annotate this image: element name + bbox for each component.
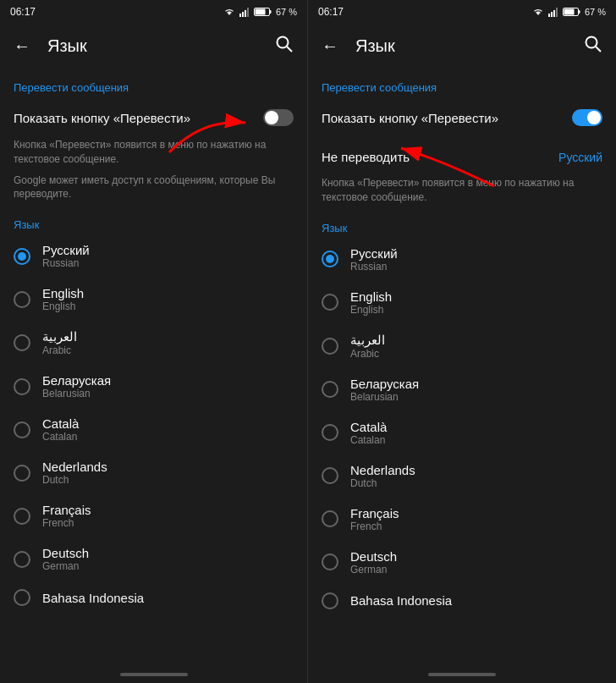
language-list-left: Русский Russian English English bbox=[0, 234, 307, 614]
lang-item-catalan-left[interactable]: Català Catalan bbox=[0, 408, 307, 451]
lang-item-arabic-left[interactable]: العربية Arabic bbox=[0, 321, 307, 365]
lang-item-bahasa-right[interactable]: Bahasa Indonesia bbox=[308, 584, 616, 618]
radio-bahasa-right bbox=[322, 592, 338, 609]
lang-sub-belarusian-left: Belarusian bbox=[42, 388, 111, 399]
lang-item-arabic-right[interactable]: العربية Arabic bbox=[308, 324, 616, 368]
desc1-right: Кнопка «Перевести» появится в меню по на… bbox=[308, 176, 616, 212]
radio-catalan-left bbox=[14, 421, 30, 438]
lang-sub-dutch-left: Dutch bbox=[42, 474, 107, 486]
wifi-icon-right bbox=[532, 7, 544, 17]
svg-rect-5 bbox=[255, 9, 265, 15]
svg-rect-10 bbox=[548, 14, 550, 17]
language-list-right: Русский Russian English English bbox=[308, 238, 616, 618]
no-translate-label-right: Не переводить bbox=[322, 150, 410, 164]
lang-name-russian-left: Русский bbox=[42, 243, 90, 257]
radio-russian-left bbox=[14, 248, 30, 265]
radio-dutch-left bbox=[14, 465, 30, 482]
back-button-right[interactable]: ← bbox=[315, 30, 345, 63]
search-icon-left bbox=[275, 35, 294, 53]
lang-text-english-right: English English bbox=[350, 289, 392, 316]
lang-text-arabic-right: العربية Arabic bbox=[350, 333, 385, 360]
battery-icon-right bbox=[563, 7, 581, 17]
lang-sub-arabic-left: Arabic bbox=[42, 344, 77, 356]
lang-item-belarusian-left[interactable]: Беларуская Belarusian bbox=[0, 365, 307, 408]
lang-sub-russian-right: Russian bbox=[350, 261, 398, 273]
svg-rect-6 bbox=[269, 10, 271, 14]
lang-text-german-right: Deutsch German bbox=[350, 549, 397, 576]
lang-section-header-right: Язык bbox=[308, 212, 616, 238]
back-button-left[interactable]: ← bbox=[7, 30, 37, 63]
lang-item-english-left[interactable]: English English bbox=[0, 278, 307, 321]
lang-name-belarusian-left: Беларуская bbox=[42, 373, 111, 388]
search-button-left[interactable] bbox=[268, 28, 300, 64]
lang-name-arabic-right: العربية bbox=[350, 333, 385, 348]
radio-french-left bbox=[14, 508, 30, 525]
show-translate-row-left[interactable]: Показать кнопку «Перевести» bbox=[0, 97, 307, 138]
lang-item-german-right[interactable]: Deutsch German bbox=[308, 541, 616, 584]
toggle-thumb-left bbox=[265, 111, 278, 124]
translate-toggle-left[interactable] bbox=[263, 109, 294, 126]
lang-item-dutch-left[interactable]: Nederlands Dutch bbox=[0, 451, 307, 494]
translate-toggle-right[interactable] bbox=[572, 109, 602, 126]
signal-icon-left bbox=[239, 7, 250, 17]
lang-sub-german-right: German bbox=[350, 564, 397, 576]
show-translate-row-right[interactable]: Показать кнопку «Перевести» bbox=[308, 97, 616, 138]
home-bar-left bbox=[120, 673, 188, 676]
status-bar-left: 06:17 bbox=[0, 0, 307, 24]
lang-item-catalan-right[interactable]: Català Catalan bbox=[308, 411, 616, 454]
lang-name-german-left: Deutsch bbox=[42, 546, 89, 560]
radio-french-right bbox=[322, 510, 338, 527]
lang-sub-catalan-left: Catalan bbox=[42, 431, 79, 443]
panel-right: 06:17 67 % bbox=[308, 0, 616, 683]
lang-text-belarusian-left: Беларуская Belarusian bbox=[42, 373, 111, 399]
home-indicator-right bbox=[308, 666, 616, 683]
lang-item-russian-left[interactable]: Русский Russian bbox=[0, 234, 307, 278]
show-translate-label-right: Показать кнопку «Перевести» bbox=[322, 111, 498, 125]
lang-text-bahasa-right: Bahasa Indonesia bbox=[350, 593, 452, 608]
lang-text-russian-left: Русский Russian bbox=[42, 243, 90, 269]
lang-text-catalan-left: Català Catalan bbox=[42, 416, 79, 443]
panel-left: 06:17 bbox=[0, 0, 308, 683]
lang-item-french-right[interactable]: Français French bbox=[308, 498, 616, 541]
lang-text-bahasa-left: Bahasa Indonesia bbox=[42, 591, 144, 605]
lang-text-french-right: Français French bbox=[350, 506, 399, 532]
lang-item-belarusian-right[interactable]: Беларуская Belarusian bbox=[308, 368, 616, 411]
no-translate-row-right[interactable]: Не переводить Русский bbox=[308, 138, 616, 176]
lang-sub-german-left: German bbox=[42, 560, 89, 572]
lang-item-english-right[interactable]: English English bbox=[308, 281, 616, 324]
search-button-right[interactable] bbox=[577, 28, 609, 64]
radio-bahasa-left bbox=[14, 589, 30, 606]
radio-arabic-right bbox=[322, 338, 338, 355]
search-icon-right bbox=[584, 35, 602, 53]
lang-item-russian-right[interactable]: Русский Russian bbox=[308, 238, 616, 281]
top-bar-left: ← Язык bbox=[0, 24, 307, 68]
time-right: 06:17 bbox=[318, 6, 344, 18]
svg-rect-2 bbox=[245, 10, 246, 17]
lang-sub-belarusian-right: Belarusian bbox=[350, 391, 419, 403]
radio-english-right bbox=[322, 294, 338, 311]
battery-text-right: 67 % bbox=[585, 7, 606, 17]
desc1-left: Кнопка «Перевести» появится в меню по на… bbox=[0, 138, 307, 174]
no-translate-value-right: Русский bbox=[558, 151, 602, 164]
lang-sub-catalan-right: Catalan bbox=[350, 434, 387, 446]
translate-section-header-right: Перевести сообщения bbox=[308, 68, 616, 97]
lang-item-french-left[interactable]: Français French bbox=[0, 494, 307, 537]
lang-item-dutch-right[interactable]: Nederlands Dutch bbox=[308, 454, 616, 498]
lang-name-belarusian-right: Беларуская bbox=[350, 377, 419, 391]
lang-text-arabic-left: العربية Arabic bbox=[42, 329, 77, 356]
lang-item-german-left[interactable]: Deutsch German bbox=[0, 537, 307, 581]
top-bar-right: ← Язык bbox=[308, 24, 616, 68]
lang-item-bahasa-left[interactable]: Bahasa Indonesia bbox=[0, 581, 307, 614]
lang-name-bahasa-right: Bahasa Indonesia bbox=[350, 593, 452, 608]
lang-sub-dutch-right: Dutch bbox=[350, 477, 415, 489]
lang-name-dutch-left: Nederlands bbox=[42, 460, 107, 474]
content-left: Перевести сообщения Показать кнопку «Пер… bbox=[0, 68, 307, 666]
home-bar-right bbox=[428, 673, 496, 676]
svg-rect-1 bbox=[242, 12, 244, 17]
svg-rect-16 bbox=[578, 10, 580, 14]
svg-rect-13 bbox=[556, 8, 558, 17]
radio-arabic-left bbox=[14, 334, 30, 351]
lang-text-russian-right: Русский Russian bbox=[350, 246, 398, 273]
content-right: Перевести сообщения Показать кнопку «Пер… bbox=[308, 68, 616, 666]
lang-name-bahasa-left: Bahasa Indonesia bbox=[42, 591, 144, 605]
